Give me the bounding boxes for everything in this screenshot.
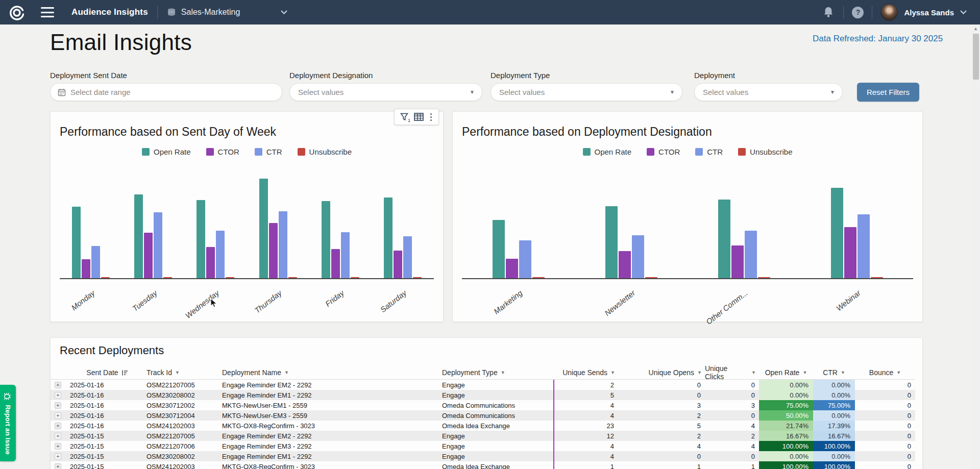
legend-label: CTR	[266, 147, 282, 156]
bar-unsubscribe	[532, 277, 545, 278]
caret-down-icon: ▼	[697, 370, 702, 375]
expand-row-button[interactable]: +	[55, 443, 61, 450]
caret-down-icon: ▼	[802, 370, 807, 375]
expand-row-button[interactable]: +	[55, 453, 61, 460]
bar-unsubscribe	[351, 277, 359, 278]
type-placeholder: Select values	[499, 88, 545, 96]
cell-bounce: 0	[855, 421, 915, 431]
legend-item-unsubscribe[interactable]: Unsubscribe	[298, 147, 352, 156]
cell-plus: +	[51, 441, 69, 451]
help-icon[interactable]: ?	[852, 7, 864, 18]
expand-row-button[interactable]: +	[55, 433, 61, 439]
cell-name: Engage Reminder EM1 - 2292	[221, 451, 441, 461]
legend-item-ctr[interactable]: CTR	[695, 147, 723, 156]
expand-row-button[interactable]: +	[55, 423, 61, 429]
table-row: +2025-01-16OSM241202003MKTG-OX8-RegConfi…	[51, 421, 915, 431]
bar-group-monday	[72, 207, 110, 278]
expand-row-button[interactable]: +	[55, 463, 61, 469]
open_rate-value: 0.00%	[759, 451, 813, 461]
chart-hover-toolbar: 1	[394, 109, 439, 125]
more-options-kebab-icon[interactable]	[427, 113, 434, 121]
legend-item-ctor[interactable]: CTOR	[206, 147, 239, 156]
deployment-placeholder: Select values	[703, 88, 748, 96]
scrollbar-up-arrow[interactable]: ▲	[973, 26, 978, 31]
x-axis-label: Monday	[69, 288, 96, 312]
database-selector[interactable]: Sales-Marketing	[167, 8, 288, 17]
bar-ctr	[279, 211, 287, 278]
cell-ctr: 16.67%	[813, 431, 855, 441]
bar-ctr	[857, 214, 870, 278]
cell-sent_date: 2025-01-15	[69, 461, 145, 469]
bar-unsubscribe	[288, 277, 297, 278]
column-header-bounce[interactable]: Bounce▼	[855, 366, 915, 379]
type-select[interactable]: Select values ▼	[491, 83, 682, 101]
vertical-scrollbar[interactable]: ▲	[972, 24, 980, 469]
cell-type: Engage	[441, 451, 553, 461]
x-axis-label: Tuesday	[131, 288, 159, 313]
designation-placeholder: Select values	[298, 88, 344, 96]
expand-row-button[interactable]: +	[55, 392, 61, 399]
bar-plot	[462, 162, 913, 279]
column-header-sends[interactable]: Unique Sends▼	[553, 366, 618, 379]
database-icon	[167, 8, 176, 17]
column-header-ctr[interactable]: CTR▼	[813, 366, 855, 379]
menu-hamburger-icon[interactable]	[41, 7, 54, 17]
cell-ctr: 100.00%	[813, 441, 855, 451]
cell-clicks: 0	[705, 390, 759, 400]
column-header-open_rate[interactable]: Open Rate▼	[759, 366, 813, 379]
reset-filters-button[interactable]: Reset Filters	[857, 83, 919, 102]
user-menu[interactable]: Alyssa Sands	[880, 4, 967, 21]
cell-opens: 1	[618, 461, 705, 469]
designation-select[interactable]: Select values ▼	[289, 83, 482, 101]
filter-label-type: Deployment Type	[491, 71, 550, 80]
cell-opens: 0	[618, 380, 705, 390]
cell-plus: +	[51, 451, 69, 461]
table-row: +2025-01-16OSM230712004MKTG-NewUser-EM3 …	[51, 410, 915, 421]
legend-swatch	[298, 148, 305, 156]
cell-track_id: OSM230712002	[145, 400, 221, 410]
legend-item-open-rate[interactable]: Open Rate	[142, 147, 191, 156]
chart-title: Performance based on Sent Day of Week	[60, 125, 276, 139]
column-header-name[interactable]: Deployment Name▼	[221, 366, 441, 379]
legend-item-ctor[interactable]: CTOR	[647, 147, 680, 156]
expand-row-button[interactable]: +	[55, 402, 61, 409]
expand-row-button[interactable]: +	[55, 382, 61, 388]
scrollbar-thumb[interactable]	[973, 34, 979, 80]
notifications-bell-icon[interactable]	[822, 6, 835, 19]
column-header-track_id[interactable]: Track Id▼	[145, 366, 221, 379]
column-header-type[interactable]: Deployment Type▼	[441, 366, 553, 379]
legend-item-ctr[interactable]: CTR	[255, 147, 282, 156]
x-axis-label: Webinar	[835, 288, 862, 313]
filter-count-badge: 1	[408, 118, 410, 123]
date-range-input[interactable]: Select date range	[50, 83, 282, 101]
chart-card-sent-day: 1 Performance based on Sent Day of Week …	[50, 111, 444, 322]
bar-ctr	[632, 235, 644, 278]
bar-ctor	[844, 227, 856, 278]
expand-row-button[interactable]: +	[55, 412, 61, 419]
legend-label: CTR	[707, 147, 723, 156]
cell-bounce: 0	[855, 441, 915, 451]
bar-open-rate	[322, 201, 330, 278]
cell-sends: 4	[553, 410, 618, 421]
caret-down-icon: ▼	[841, 370, 845, 375]
column-header-clicks[interactable]: Unique Clicks▼	[705, 366, 759, 379]
navbar-divider	[843, 6, 844, 18]
bar-unsubscribe	[101, 277, 110, 278]
cell-track_id: OSM230208002	[145, 390, 221, 400]
column-header-sent_date[interactable]: Sent Date	[69, 366, 145, 379]
open_rate-value: 21.74%	[759, 421, 813, 431]
report-issue-tab[interactable]: Report an Issue	[0, 385, 16, 461]
table-body: +2025-01-16OSM221207005Engage Reminder E…	[51, 379, 915, 469]
cell-bounce: 0	[855, 431, 915, 441]
user-avatar	[880, 4, 898, 21]
legend-item-unsubscribe[interactable]: Unsubscribe	[738, 147, 792, 156]
legend-swatch	[255, 148, 262, 156]
legend-item-open-rate[interactable]: Open Rate	[583, 147, 632, 156]
data-table-icon[interactable]	[413, 111, 424, 122]
cell-name: MKTG-NewUser-EM3 - 2559	[221, 410, 441, 421]
deployment-select[interactable]: Select values ▼	[694, 83, 843, 101]
table-row: +2025-01-15OSM221207005Engage Reminder E…	[51, 431, 915, 441]
column-header-opens[interactable]: Unique Opens▼	[618, 366, 705, 379]
cell-plus: +	[51, 431, 69, 441]
filter-funnel-icon[interactable]: 1	[399, 111, 410, 122]
